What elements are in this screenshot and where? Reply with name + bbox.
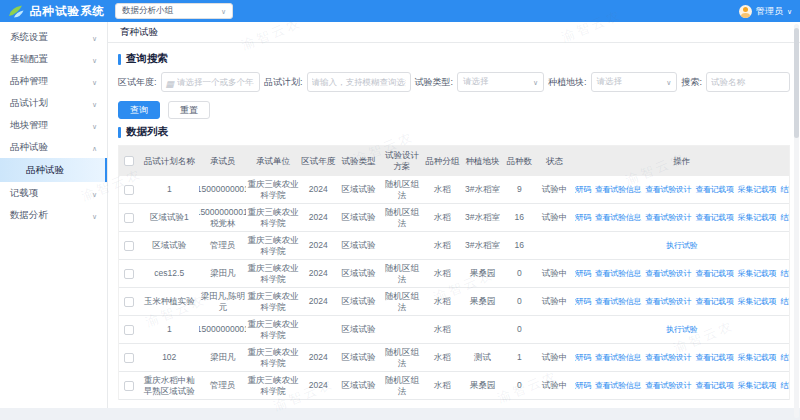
op-link[interactable]: 结束试验 [780,353,789,363]
select-all-checkbox[interactable] [124,156,134,166]
op-link[interactable]: 结束试验 [780,269,789,279]
scrollbar[interactable] [794,24,799,418]
op-link[interactable]: 打印农研码 [575,269,591,279]
sidebar-subitem-variety-test[interactable]: 品种试验 [0,158,107,182]
table-cell: 梁田凡,陈明元 [199,288,246,315]
op-link[interactable]: 采集记载项 [738,213,777,223]
table-cell: 1 [139,316,199,343]
query-button[interactable]: 查询 [118,101,160,119]
op-link[interactable]: 查看试验设计 [645,353,691,363]
sidebar-item-system-settings[interactable]: 系统设置 [0,26,107,48]
user-menu[interactable]: 管理员 [739,5,792,18]
op-link[interactable]: 采集记载项 [738,185,777,195]
table-cell [534,232,574,259]
op-link[interactable]: 查看试验信息 [595,381,641,391]
row-checkbox-cell [119,372,139,399]
test-type-select[interactable]: 请选择 [457,72,544,92]
chevron-down-icon [92,98,97,109]
sidebar-item-trial-plan[interactable]: 品试计划 [0,92,107,114]
sidebar-item-data-analysis[interactable]: 数据分析 [0,204,107,226]
op-link[interactable]: 查看试验设计 [645,269,691,279]
table-cell: 3#水稻室 [461,176,505,203]
table-row: 玉米种植实验梁田凡,陈明元重庆三峡农业科学院2024区域试验随机区组法水稻果桑园… [119,288,789,316]
op-link[interactable]: 查看记载项 [695,269,734,279]
row-checkbox[interactable] [124,353,134,363]
sidebar-item-record-items[interactable]: 记载项 [0,182,107,204]
plot-select[interactable]: 请选择 [591,72,678,92]
row-checkbox[interactable] [124,269,134,279]
field-label-year: 区试年度: [118,76,157,89]
op-link[interactable]: 查看试验设计 [645,381,691,391]
search-input[interactable] [706,72,790,92]
op-link[interactable]: 执行试验 [666,325,697,335]
op-link[interactable]: 查看试验信息 [595,297,641,307]
reset-button[interactable]: 重置 [168,101,210,119]
op-link[interactable]: 查看试验信息 [595,353,641,363]
op-link[interactable]: 查看试验信息 [595,269,641,279]
op-link[interactable]: 采集记载项 [738,353,777,363]
row-checkbox[interactable] [124,325,134,335]
sidebar-item-variety-management[interactable]: 品种管理 [0,70,107,92]
table-cell: 重庆水稻中籼早熟区域试验 [139,372,199,399]
sidebar-item-label: 品种试验 [26,164,64,177]
table-row: 重庆水稻中籼早熟区域试验管理员重庆三峡农业科学院2024区域试验随机区组法水稻果… [119,372,789,400]
op-link[interactable]: 执行试验 [666,241,697,251]
row-checkbox[interactable] [124,185,134,195]
row-checkbox[interactable] [124,213,134,223]
table-cell: 梁田凡 [199,344,246,371]
op-link[interactable]: 查看试验设计 [645,213,691,223]
plan-input[interactable] [307,72,411,92]
op-link[interactable]: 打印农研码 [575,353,591,363]
table-cell: 随机区组法 [380,372,424,399]
table-cell: 玉米种植实验 [139,288,199,315]
scrollbar-thumb[interactable] [794,28,799,138]
op-link[interactable]: 查看记载项 [695,213,734,223]
org-group-value: 数据分析小组 [122,5,173,17]
op-link[interactable]: 查看记载项 [695,297,734,307]
tab-breeding-test[interactable]: 育种试验 [120,26,158,39]
field-label-plan: 品试计划: [264,76,303,89]
year-input[interactable] [177,77,255,87]
row-operations: 执行试验 [575,232,789,259]
op-link[interactable]: 查看试验信息 [595,185,641,195]
table-cell: 试验中 [534,344,574,371]
sidebar-item-label: 记载项 [10,187,39,200]
table-cell [534,316,574,343]
table-cell: 梁田凡 [199,260,246,287]
op-link[interactable]: 查看记载项 [695,353,734,363]
op-link[interactable]: 结束试验 [780,185,789,195]
op-link[interactable]: 采集记载项 [738,381,777,391]
op-link[interactable]: 打印农研码 [575,185,591,195]
sidebar-item-basic-config[interactable]: 基础配置 [0,48,107,70]
op-link[interactable]: 查看记载项 [695,381,734,391]
op-link[interactable]: 打印农研码 [575,213,591,223]
sidebar-item-plot-management[interactable]: 地块管理 [0,114,107,136]
row-operations: 执行试验 [575,316,789,343]
row-checkbox[interactable] [124,381,134,391]
sidebar-item-variety-test[interactable]: 品种试验 [0,136,107,158]
op-link[interactable]: 查看试验设计 [645,185,691,195]
table-cell: 果桑园 [461,260,505,287]
table-cell: 重庆三峡农业科学院 [246,372,300,399]
op-link[interactable]: 采集记载项 [738,269,777,279]
org-group-select[interactable]: 数据分析小组 [115,3,233,19]
row-checkbox[interactable] [124,241,134,251]
row-checkbox-cell [119,288,139,315]
op-link[interactable]: 打印农研码 [575,297,591,307]
page: 品种试验系统 数据分析小组 管理员 系统设置 基础配置 品种管理 品试计划 [0,0,800,420]
chevron-down-icon [787,6,792,16]
op-link[interactable]: 打印农研码 [575,381,591,391]
op-link[interactable]: 查看试验设计 [645,297,691,307]
op-link[interactable]: 查看记载项 [695,185,734,195]
table-cell: 水稻 [424,316,461,343]
op-link[interactable]: 查看试验信息 [595,213,641,223]
op-link[interactable]: 采集记载项 [738,297,777,307]
op-link[interactable]: 结束试验 [780,297,789,307]
op-link[interactable]: 结束试验 [780,213,789,223]
column-header: 试验类型 [337,146,381,176]
app-title: 品种试验系统 [30,4,105,19]
op-link[interactable]: 结束试验 [780,381,789,391]
year-date-picker[interactable] [161,72,261,92]
sidebar: 系统设置 基础配置 品种管理 品试计划 地块管理 品种试验 品种试验 记载项 [0,22,108,408]
row-checkbox[interactable] [124,297,134,307]
